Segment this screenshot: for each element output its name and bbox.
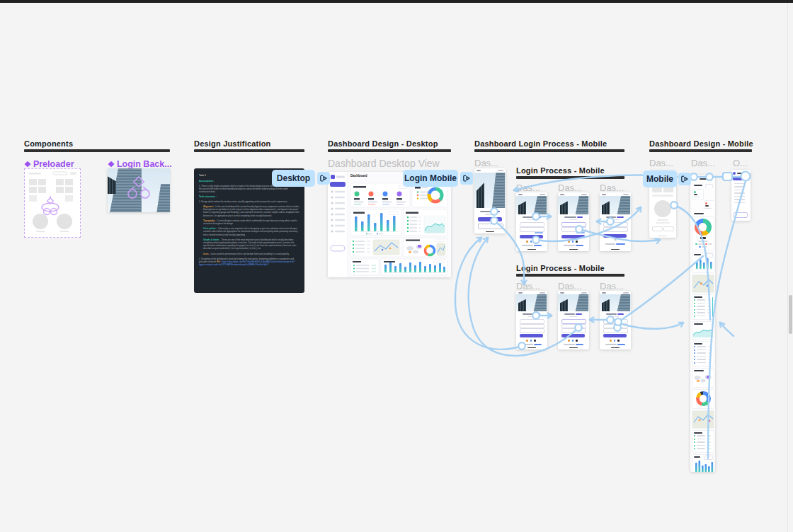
frame-label-overlay[interactable]: O...: [733, 158, 748, 168]
menu-item-active: [733, 177, 748, 180]
section-underline: [24, 149, 170, 152]
window-top-edge: [0, 0, 793, 3]
flow-start-icon[interactable]: [678, 173, 691, 185]
doc-bullet: Alignment – In the new handsboard the se…: [199, 205, 299, 217]
flow-start-icon[interactable]: [317, 172, 330, 185]
frame-label-das[interactable]: Das...: [691, 158, 715, 168]
mobile-signup-frame[interactable]: [558, 291, 589, 349]
login-background-component-frame[interactable]: [108, 168, 170, 212]
section-underline: [649, 149, 752, 152]
frame-label-das[interactable]: Das...: [516, 183, 540, 193]
preloader-skeleton: [25, 169, 80, 237]
doc-paragraph: 1. Design which makes the interface more…: [199, 200, 299, 203]
section-underline: [194, 149, 304, 152]
login-button: [478, 217, 502, 221]
login-button: [561, 235, 585, 238]
frame-label-login-back[interactable]: ❖Login Back...: [108, 159, 172, 169]
signup-button: [603, 334, 627, 337]
frame-label-das[interactable]: Das...: [558, 183, 582, 193]
section-underline: [516, 274, 624, 277]
section-title-dashboard-desktop[interactable]: Dashboard Design - Desktop: [328, 139, 438, 148]
frame-label-das[interactable]: Das...: [600, 183, 624, 193]
mobile-login-frame[interactable]: [474, 168, 506, 233]
section-title-design-justification[interactable]: Design Justification: [194, 139, 271, 148]
signup-button: [520, 334, 543, 337]
frame-label-das[interactable]: Das...: [649, 158, 673, 168]
section-underline: [474, 149, 624, 152]
flow-badge-desktop[interactable]: Desktop: [272, 170, 315, 187]
doc-footer: 2. Designing of the dashboard is done by…: [199, 258, 299, 267]
dashboard-desktop-frame[interactable]: Dashboard: [328, 172, 451, 277]
section-underline: [328, 149, 451, 152]
doc-bullet: Icons – Icons used the presentation of t…: [199, 253, 299, 255]
mobile-menu-frame[interactable]: [731, 170, 751, 221]
mobile-signup-frame[interactable]: [516, 291, 547, 349]
flow-badge-login-mobile[interactable]: Login Mobile: [403, 170, 458, 187]
mobile-login-frame[interactable]: [558, 192, 589, 251]
mobile-login-frame[interactable]: [600, 192, 631, 251]
frame-label-desktop-view[interactable]: Dashboard Desktop View: [328, 158, 440, 169]
section-title-components[interactable]: Components: [24, 139, 73, 148]
preloader-component-frame[interactable]: [24, 168, 81, 238]
mini-dashboard-art: [328, 172, 451, 277]
frame-label-das[interactable]: Das...: [516, 281, 540, 291]
mini-dashboard-title: Dashboard: [350, 174, 367, 178]
frame-label-preloader[interactable]: ❖Preloader: [24, 159, 74, 169]
flow-start-icon[interactable]: [460, 172, 473, 185]
section-title-login-process[interactable]: Dashboard Login Process - Mobile: [474, 139, 607, 148]
doc-bullet: Typography – Current designs contains so…: [199, 219, 299, 225]
subsection-title-login-1[interactable]: Login Process - Mobile: [516, 166, 605, 175]
design-justification-doc[interactable]: Task 1 Assumptions : 1. There is only si…: [194, 168, 304, 293]
frame-label-das[interactable]: Das...: [474, 158, 498, 168]
component-diamond-icon: ❖: [108, 160, 115, 168]
component-overlay-glyph: [108, 168, 170, 212]
login-button: [603, 234, 627, 238]
frame-label-das[interactable]: Das...: [558, 281, 582, 291]
mobile-login-frame[interactable]: [516, 192, 547, 251]
component-diamond-icon: ❖: [24, 160, 31, 168]
doc-heading: Task outcomes :: [199, 195, 299, 199]
section-title-dashboard-mobile[interactable]: Dashboard Design - Mobile: [649, 139, 753, 148]
building-photo: [474, 173, 506, 208]
frame-label-das[interactable]: Das...: [600, 281, 624, 291]
logout-button: [734, 212, 748, 218]
signup-button: [561, 334, 585, 337]
panel-edge: [787, 0, 788, 532]
canvas-scrollbar[interactable]: [789, 295, 792, 334]
signup-button: [478, 224, 503, 229]
doc-bullet: Color palette – Colors play a very impor…: [199, 227, 299, 236]
login-button: [520, 235, 543, 238]
subsection-title-login-2[interactable]: Login Process - Mobile: [516, 264, 605, 272]
flow-badge-mobile[interactable]: Mobile: [643, 170, 677, 187]
mobile-signup-frame[interactable]: [600, 291, 631, 349]
section-underline: [516, 176, 624, 179]
doc-bullet: Graphs & charts – These are one of the m…: [199, 238, 299, 250]
mobile-dashboard-frame[interactable]: [690, 175, 715, 472]
preloader-glyph: [42, 196, 59, 215]
